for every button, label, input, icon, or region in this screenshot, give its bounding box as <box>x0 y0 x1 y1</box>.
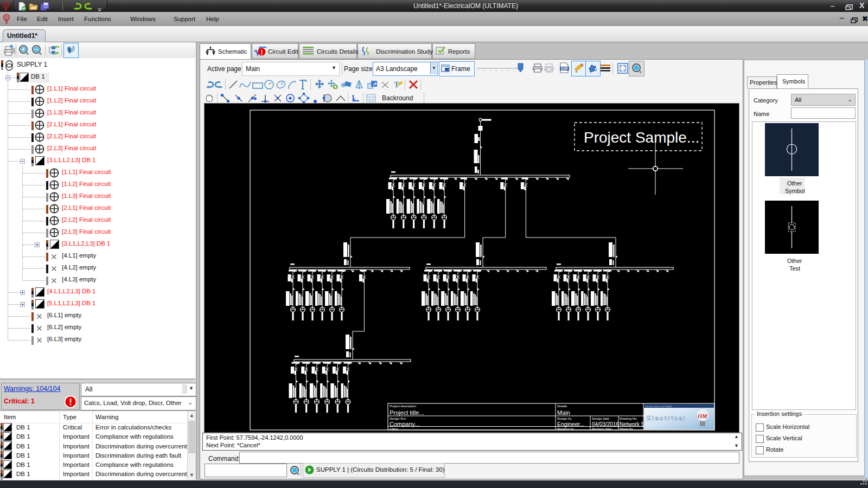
svg-text:MODELLING SOFTWARE: MODELLING SOFTWARE <box>646 405 673 408</box>
svg-text:Project title...: Project title... <box>390 409 424 416</box>
svg-text:Revision by: Revision by <box>557 427 574 431</box>
svg-text:Company...: Company... <box>390 421 419 427</box>
svg-text:Revision date: Revision date <box>592 427 612 431</box>
svg-text:Main: Main <box>557 409 570 416</box>
svg-text:Client: Client <box>390 427 398 431</box>
svg-text:Project Sample...: Project Sample... <box>584 129 699 146</box>
svg-text:Design date: Design date <box>592 417 610 420</box>
svg-text:Details: Details <box>557 404 567 408</box>
svg-text:Sheet No.: Sheet No. <box>620 427 634 431</box>
svg-text:!: ! <box>69 397 72 407</box>
svg-text:Engineer...: Engineer... <box>557 421 584 427</box>
svg-text:OM: OM <box>698 413 708 419</box>
svg-text:Design firm: Design firm <box>390 417 406 420</box>
svg-text:Design by: Design by <box>557 417 572 420</box>
svg-text:DXF: DXF <box>561 67 568 70</box>
svg-text:Project description: Project description <box>390 404 416 408</box>
svg-text:Electrical: Electrical <box>647 415 686 421</box>
svg-text:!: ! <box>261 49 263 56</box>
svg-text:Drawing No.: Drawing No. <box>620 417 637 420</box>
svg-text:Network SL: Network SL <box>620 421 648 427</box>
svg-text:04/03/2016: 04/03/2016 <box>592 421 619 427</box>
